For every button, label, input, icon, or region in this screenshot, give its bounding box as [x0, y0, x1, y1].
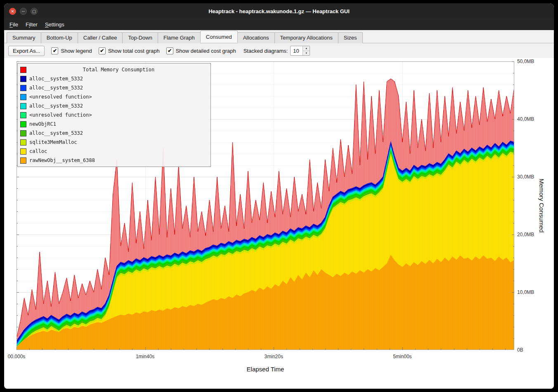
- legend-item-label: calloc: [29, 148, 47, 154]
- chart-legend: Total Memory Consumptionalloc__system_53…: [17, 63, 211, 167]
- legend-item-label: sqlite3MemMalloc: [29, 139, 77, 145]
- toolbar-checkboxes: ✔Show legend✔Show total cost graph✔Show …: [51, 47, 236, 54]
- tab-flame-graph[interactable]: Flame Graph: [158, 32, 201, 43]
- legend-item-label: alloc__system_5332: [29, 76, 83, 82]
- maximize-button[interactable]: ▢: [31, 8, 38, 15]
- stacked-diagrams-value: 10: [291, 46, 303, 55]
- legend-item-label: <unresolved function>: [29, 94, 92, 100]
- legend-swatch: [20, 94, 26, 100]
- legend-item-label: newObjRC1: [29, 121, 56, 127]
- legend-item: alloc__system_5332: [20, 101, 208, 110]
- checkbox-label: Show total cost graph: [108, 48, 160, 54]
- tab-summary[interactable]: Summary: [7, 32, 41, 43]
- legend-item-label: rawNewObj__system_6388: [29, 157, 95, 163]
- legend-swatch: [20, 148, 26, 155]
- x-tick-label: 3min20s: [265, 354, 283, 359]
- tab-bar: SummaryBottom-UpCaller / CalleeTop-DownF…: [4, 30, 554, 43]
- stacked-diagrams-stepper[interactable]: 10 ▲ ▼: [290, 46, 310, 56]
- legend-item: sqlite3MemMalloc: [20, 138, 208, 147]
- toolbar: Export As... ✔Show legend✔Show total cos…: [4, 43, 554, 58]
- menu-filter[interactable]: Filter: [22, 20, 41, 29]
- checkmark-icon: ✔: [166, 47, 173, 54]
- x-tick-label: 1min40s: [136, 354, 154, 359]
- y-tick-label: 50,0MB: [517, 59, 534, 64]
- y-tick-label: 20,0MB: [517, 232, 534, 237]
- legend-title: Total Memory Consumption: [29, 67, 208, 73]
- titlebar[interactable]: ✕ ─ ▢ Heaptrack - heaptrack.wakunode.1.g…: [4, 3, 554, 19]
- legend-item: alloc__system_5332: [20, 74, 208, 83]
- y-tick-label: 0B: [517, 347, 523, 353]
- checkbox-show-legend[interactable]: ✔Show legend: [51, 47, 92, 54]
- minimize-button[interactable]: ─: [20, 8, 27, 15]
- y-tick-label: 10,0MB: [517, 289, 534, 295]
- legend-item: alloc__system_5332: [20, 83, 208, 92]
- tab-consumed[interactable]: Consumed: [200, 31, 238, 43]
- x-axis-title: Elapsed Time: [17, 366, 514, 373]
- legend-swatch: [20, 112, 26, 118]
- tab-allocations[interactable]: Allocations: [237, 32, 275, 43]
- legend-item: newObjRC1: [20, 120, 208, 129]
- tab-top-down[interactable]: Top-Down: [122, 32, 158, 43]
- heaptrack-window: ✕ ─ ▢ Heaptrack - heaptrack.wakunode.1.g…: [4, 3, 554, 389]
- legend-item-label: alloc__system_5332: [29, 130, 83, 136]
- stepper-down-icon[interactable]: ▼: [303, 51, 310, 56]
- stepper-up-icon[interactable]: ▲: [303, 46, 310, 51]
- checkbox-show-detailed-cost-graph[interactable]: ✔Show detailed cost graph: [166, 47, 236, 54]
- checkbox-label: Show legend: [61, 48, 92, 54]
- legend-swatch: [20, 121, 26, 127]
- legend-item-label: <unresolved function>: [29, 112, 92, 118]
- legend-swatch: [20, 157, 26, 164]
- legend-swatch: [20, 130, 26, 136]
- legend-title-row: Total Memory Consumption: [20, 65, 208, 74]
- legend-item: <unresolved function>: [20, 92, 208, 101]
- checkmark-icon: ✔: [51, 47, 58, 54]
- legend-swatch: [20, 139, 26, 146]
- menu-settings[interactable]: Settings: [41, 20, 68, 29]
- close-button[interactable]: ✕: [9, 8, 16, 15]
- menubar: FileFilterSettings: [4, 19, 554, 30]
- window-title: Heaptrack - heaptrack.wakunode.1.gz — He…: [4, 8, 554, 14]
- tab-temporary-allocations[interactable]: Temporary Allocations: [274, 32, 338, 43]
- legend-item: calloc: [20, 147, 208, 156]
- tab-caller-callee[interactable]: Caller / Callee: [78, 32, 123, 43]
- legend-swatch: [20, 85, 26, 91]
- tab-sizes[interactable]: Sizes: [338, 32, 363, 43]
- y-tick-label: 30,0MB: [517, 174, 534, 180]
- x-tick-label: 5min00s: [393, 354, 411, 359]
- tab-bottom-up[interactable]: Bottom-Up: [41, 32, 78, 43]
- chart-area: Total Memory Consumptionalloc__system_53…: [4, 58, 554, 389]
- legend-item-label: alloc__system_5332: [29, 103, 83, 109]
- legend-swatch: [20, 67, 26, 73]
- export-as-button[interactable]: Export As...: [8, 46, 45, 56]
- legend-item: <unresolved function>: [20, 110, 208, 120]
- stacked-diagrams-label: Stacked diagrams:: [244, 48, 288, 54]
- legend-item-label: alloc__system_5332: [29, 85, 83, 91]
- x-tick-label: 00.000s: [8, 354, 26, 359]
- menu-file[interactable]: File: [6, 20, 22, 29]
- legend-item: rawNewObj__system_6388: [20, 156, 208, 165]
- legend-swatch: [20, 76, 26, 82]
- legend-item: alloc__system_5332: [20, 129, 208, 138]
- legend-swatch: [20, 103, 26, 109]
- y-tick-label: 40,0MB: [517, 116, 534, 122]
- checkmark-icon: ✔: [99, 47, 106, 54]
- checkbox-show-total-cost-graph[interactable]: ✔Show total cost graph: [99, 47, 160, 54]
- y-axis-title: Memory Consumed: [538, 179, 545, 233]
- stepper-arrows: ▲ ▼: [303, 46, 310, 55]
- checkbox-label: Show detailed cost graph: [176, 48, 236, 54]
- window-controls: ✕ ─ ▢: [9, 3, 38, 19]
